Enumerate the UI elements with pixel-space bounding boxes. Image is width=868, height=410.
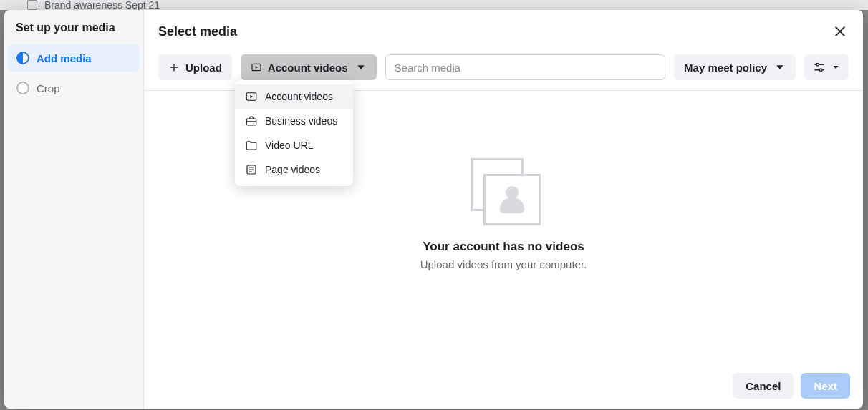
campaign-name: Brand awareness Sept 21 [44,0,160,10]
search-input[interactable] [385,54,666,80]
empty-title: Your account has no videos [423,240,584,254]
sidebar-item-add-media[interactable]: Add media [8,44,140,72]
page-icon [245,163,258,176]
sidebar-item-label: Crop [37,82,60,94]
sidebar-title: Set up your media [4,21,143,43]
svg-point-1 [816,63,819,66]
circle-icon [16,82,29,94]
caret-down-icon [774,62,786,73]
cancel-button[interactable]: Cancel [733,373,794,399]
media-dialog: Set up your media Add media Crop Select … [4,10,863,409]
plus-icon [168,62,180,73]
main-panel: Select media Upload Account videos [144,10,863,409]
dropdown-item-label: Video URL [265,140,313,151]
sidebar-item-crop[interactable]: Crop [8,74,140,102]
dropdown-item-account-videos[interactable]: Account videos [235,84,353,109]
video-icon [245,90,258,103]
briefcase-icon [245,114,258,127]
folder-icon [245,139,258,152]
background-campaign-row: Brand awareness Sept 21 [0,0,868,10]
dropdown-item-label: Page videos [265,164,320,175]
dialog-footer: Cancel Next [144,363,863,409]
empty-subtitle: Upload videos from your computer. [420,258,587,270]
empty-illustration-icon [468,155,539,227]
main-title: Select media [158,24,237,39]
dropdown-item-business-videos[interactable]: Business videos [235,109,353,133]
next-button[interactable]: Next [801,373,850,399]
upload-label: Upload [185,62,222,74]
close-button[interactable] [831,23,849,40]
dropdown-item-label: Business videos [265,115,337,127]
dropdown-item-label: Account videos [265,91,333,102]
close-icon [833,24,847,39]
checkbox-icon [27,0,37,10]
video-icon [251,62,262,73]
source-dropdown-menu: Account videos Business videos Video URL [235,80,353,186]
caret-down-icon [831,63,840,72]
sliders-icon [813,61,826,74]
svg-rect-4 [246,119,256,125]
caret-down-icon [355,62,367,73]
upload-button[interactable]: Upload [158,54,232,80]
policy-dropdown-button[interactable]: May meet policy [674,54,796,80]
filters-button[interactable] [804,54,849,80]
source-dropdown-button[interactable]: Account videos [241,54,377,80]
setup-sidebar: Set up your media Add media Crop [4,10,144,409]
dropdown-item-video-url[interactable]: Video URL [235,133,353,157]
dropdown-item-page-videos[interactable]: Page videos [235,157,353,182]
main-header: Select media [144,10,863,44]
svg-point-2 [819,69,822,72]
half-circle-icon [16,52,29,64]
policy-label: May meet policy [684,62,767,74]
sidebar-item-label: Add media [37,52,92,64]
source-label: Account videos [268,62,348,74]
toolbar: Upload Account videos May meet policy [144,44,863,91]
